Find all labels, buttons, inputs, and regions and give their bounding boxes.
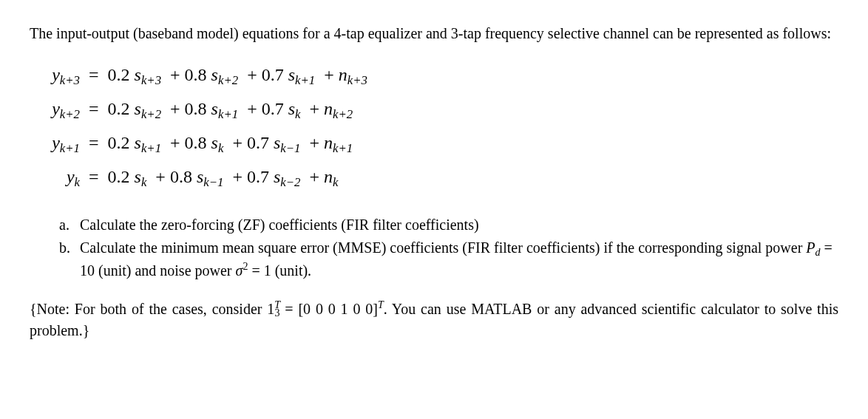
note-text: {Note: For both of the cases, consider 1… [30, 299, 838, 341]
list-item: a. Calculate the zero-forcing (ZF) coeff… [59, 215, 838, 235]
list-marker-a: a. [59, 215, 80, 235]
question-list: a. Calculate the zero-forcing (ZF) coeff… [59, 215, 838, 281]
part-b-text: Calculate the minimum mean square error … [80, 238, 838, 281]
equation-row: yk = 0.2 sk + 0.8 sk−1 + 0.7 sk−2 + nk [30, 160, 838, 194]
equation-row: yk+3 = 0.2 sk+3 + 0.8 sk+2 + 0.7 sk+1 + … [30, 58, 838, 92]
equation-row: yk+1 = 0.2 sk+1 + 0.8 sk + 0.7 sk−1 + nk… [30, 126, 838, 160]
list-item: b. Calculate the minimum mean square err… [59, 238, 838, 281]
part-a-text: Calculate the zero-forcing (ZF) coeffici… [80, 215, 479, 235]
equation-block: yk+3 = 0.2 sk+3 + 0.8 sk+2 + 0.7 sk+1 + … [30, 58, 838, 194]
list-marker-b: b. [59, 238, 80, 281]
equation-row: yk+2 = 0.2 sk+2 + 0.8 sk+1 + 0.7 sk + nk… [30, 92, 838, 126]
intro-text: The input-output (baseband model) equati… [30, 24, 838, 44]
